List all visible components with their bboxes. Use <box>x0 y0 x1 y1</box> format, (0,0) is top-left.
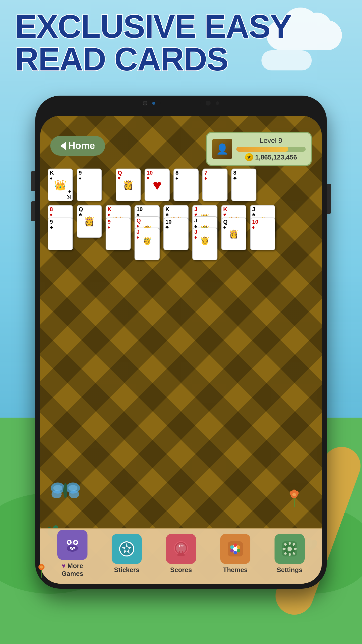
home-button[interactable]: Home <box>50 136 105 156</box>
card-q-heart[interactable]: Q ♥ 👸 <box>116 169 141 201</box>
nav-settings[interactable]: Settings <box>275 534 305 574</box>
svg-point-3 <box>69 490 79 498</box>
svg-point-41 <box>234 543 237 547</box>
bottom-navigation: ♥ MoreGames Stickers <box>40 528 322 584</box>
card-8-spade[interactable]: 8 ♠ <box>173 169 199 201</box>
svg-point-12 <box>292 493 296 496</box>
settings-label: Settings <box>277 566 303 574</box>
main-title: EXCLUSIVE EASY READ CARDS <box>15 10 347 75</box>
home-button-label: Home <box>68 140 95 151</box>
svg-point-6 <box>68 485 77 491</box>
card-10-club[interactable]: 10 ♣ <box>163 218 189 250</box>
scores-icon: 1st <box>166 534 196 564</box>
svg-point-27 <box>70 547 72 549</box>
card-q-club[interactable]: Q ♣ 👸 <box>77 205 102 238</box>
svg-point-45 <box>230 549 234 552</box>
level-coins: ★ 1,865,123,456 <box>236 153 306 161</box>
stickers-icon <box>112 534 142 564</box>
card-7-diamond[interactable]: 7 ♦ <box>202 169 228 201</box>
svg-rect-36 <box>179 551 180 555</box>
card-10-heart[interactable]: 10 ♥ ♥ <box>145 169 170 201</box>
themes-label: Themes <box>223 566 248 574</box>
title-line2: READ CARDS <box>15 43 347 75</box>
svg-rect-52 <box>289 553 291 556</box>
svg-point-44 <box>234 551 237 554</box>
title-line1: EXCLUSIVE EASY <box>15 10 347 43</box>
phone-screen: Home 👤 Level 9 ★ 1,865,123,456 <box>40 116 322 584</box>
svg-rect-53 <box>283 548 286 550</box>
svg-rect-38 <box>177 554 185 556</box>
side-button-vol-up <box>31 171 35 191</box>
card-9-diamond[interactable]: 9 ♦ <box>106 218 131 250</box>
card-j-diamond[interactable]: J ♦ 🤴 <box>134 228 160 260</box>
level-bar: 👤 Level 9 ★ 1,865,123,456 <box>206 132 312 166</box>
scores-label: Scores <box>170 566 192 574</box>
side-button-vol-down <box>31 201 35 221</box>
nav-stickers[interactable]: Stickers <box>112 534 142 574</box>
card-k-spade[interactable]: K ♠ 👑 K ♠ <box>48 169 73 201</box>
coin-icon: ★ <box>245 153 253 161</box>
front-camera-2 <box>152 102 155 105</box>
card-9-club[interactable]: 9 ♣ <box>48 218 73 250</box>
card-j-diamond-2[interactable]: J ♦ 🤴 <box>192 228 217 260</box>
themes-icon <box>220 534 250 564</box>
coins-value: 1,865,123,456 <box>255 153 297 161</box>
flower-left <box>35 562 48 579</box>
svg-rect-51 <box>289 542 291 545</box>
svg-point-32 <box>125 547 129 551</box>
nav-themes[interactable]: Themes <box>220 534 250 574</box>
svg-point-61 <box>40 566 43 569</box>
svg-text:1st: 1st <box>178 544 184 548</box>
side-button-power <box>327 184 331 214</box>
svg-point-47 <box>233 547 237 551</box>
svg-rect-37 <box>182 551 183 555</box>
sensor-2 <box>216 101 219 105</box>
card-8-club[interactable]: 8 ♣ <box>231 169 256 201</box>
settings-icon <box>275 534 305 564</box>
sensor <box>206 101 211 106</box>
front-camera <box>143 101 147 105</box>
flower-orange <box>287 490 302 508</box>
phone-frame: Home 👤 Level 9 ★ 1,865,123,456 <box>35 96 327 589</box>
svg-point-43 <box>237 549 240 552</box>
svg-rect-54 <box>294 548 297 550</box>
svg-point-50 <box>287 546 292 551</box>
level-progress-fill <box>236 147 288 152</box>
svg-point-5 <box>53 485 62 491</box>
svg-point-25 <box>74 541 77 544</box>
nav-more-games[interactable]: ♥ MoreGames <box>57 530 87 578</box>
player-avatar: 👤 <box>212 139 232 159</box>
card-q-spade[interactable]: Q ♠ 👸 <box>221 218 246 250</box>
svg-point-42 <box>237 545 240 549</box>
svg-point-24 <box>68 541 70 544</box>
card-9-spade[interactable]: 9 ♠ <box>77 169 102 201</box>
svg-point-2 <box>52 490 62 498</box>
svg-point-28 <box>73 547 75 549</box>
more-games-icon <box>57 530 87 560</box>
level-progress-bar <box>236 147 306 152</box>
home-arrow-icon <box>60 142 66 150</box>
butterfly-decoration <box>50 478 80 503</box>
svg-point-4 <box>63 483 67 498</box>
more-games-label: ♥ MoreGames <box>62 562 83 578</box>
svg-point-46 <box>230 545 234 549</box>
level-label: Level 9 <box>236 137 306 145</box>
svg-point-29 <box>71 548 73 550</box>
nav-scores[interactable]: 1st Scores <box>166 534 196 574</box>
card-10-diamond[interactable]: 10 ♦ <box>250 218 275 250</box>
level-info: Level 9 ★ 1,865,123,456 <box>236 137 306 161</box>
speaker-grille <box>160 101 201 105</box>
stickers-label: Stickers <box>114 566 139 574</box>
